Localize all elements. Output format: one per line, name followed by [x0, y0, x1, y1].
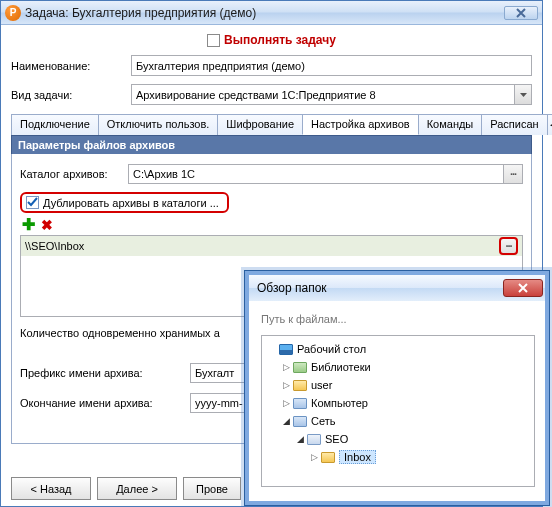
execute-task-checkbox[interactable]: [207, 34, 220, 47]
app-icon: P: [5, 5, 21, 21]
section-title: Параметры файлов архивов: [11, 135, 532, 154]
libraries-icon: [293, 362, 307, 373]
check-button[interactable]: Прове: [183, 477, 241, 500]
tree-network[interactable]: ◢ Сеть: [266, 412, 530, 430]
chevron-right-icon[interactable]: ▷: [280, 398, 292, 408]
prefix-label: Префикс имени архива:: [20, 367, 190, 379]
tabs: Подключение Отключить пользов. Шифровани…: [11, 113, 532, 135]
next-button[interactable]: Далее >: [97, 477, 177, 500]
execute-task-row: Выполнять задачу: [11, 33, 532, 47]
tree-desktop[interactable]: Рабочий стол: [266, 340, 530, 358]
window-title: Задача: Бухгалтерия предприятия (демо): [25, 6, 504, 20]
catalog-input[interactable]: C:\Архив 1С: [128, 164, 504, 184]
desktop-icon: [279, 344, 293, 355]
computer-icon: [293, 398, 307, 409]
tabs-scroll-left[interactable]: ◂: [547, 114, 552, 135]
dialog-title: Обзор папок: [257, 281, 503, 295]
name-label: Наименование:: [11, 60, 131, 72]
catalog-label: Каталог архивов:: [20, 168, 128, 180]
chevron-right-icon[interactable]: ▷: [308, 452, 320, 462]
tab-disconnect[interactable]: Отключить пользов.: [98, 114, 219, 135]
name-input[interactable]: Бухгалтерия предприятия (демо): [131, 55, 532, 76]
close-button[interactable]: [504, 6, 538, 20]
tab-connection[interactable]: Подключение: [11, 114, 99, 135]
tab-encryption[interactable]: Шифрование: [217, 114, 303, 135]
duplicate-label: Дублировать архивы в каталоги ...: [43, 197, 219, 209]
folder-icon: [321, 452, 335, 463]
delete-button[interactable]: ✖: [41, 218, 53, 232]
tree-seo[interactable]: ◢ SEO: [266, 430, 530, 448]
task-type-dropdown-button[interactable]: [515, 84, 532, 105]
chevron-right-icon[interactable]: ▷: [280, 362, 292, 372]
tab-commands[interactable]: Команды: [418, 114, 483, 135]
add-button[interactable]: ✚: [22, 217, 35, 233]
tab-archives[interactable]: Настройка архивов: [302, 114, 419, 135]
suffix-label: Окончание имени архива:: [20, 397, 190, 409]
dialog-close-button[interactable]: [503, 279, 543, 297]
list-toolbar: ✚ ✖: [22, 217, 523, 233]
network-icon: [293, 416, 307, 427]
list-item-path: \\SEO\Inbox: [25, 240, 495, 252]
dialog-titlebar: Обзор папок: [249, 275, 545, 301]
task-type-select[interactable]: Архивирование средствами 1С:Предприятие …: [131, 84, 515, 105]
titlebar: P Задача: Бухгалтерия предприятия (демо): [1, 1, 542, 25]
tree-inbox[interactable]: ▷ Inbox: [266, 448, 530, 466]
duplicate-checkbox[interactable]: [26, 196, 39, 209]
folder-tree[interactable]: Рабочий стол ▷ Библиотеки ▷ user ▷ Компь…: [261, 335, 535, 487]
chevron-down-icon[interactable]: ◢: [294, 434, 306, 444]
catalog-browse-button[interactable]: ···: [504, 164, 523, 184]
list-item-browse-button[interactable]: ···: [499, 237, 518, 255]
tree-libraries[interactable]: ▷ Библиотеки: [266, 358, 530, 376]
duplicate-row: Дублировать архивы в каталоги ...: [20, 192, 229, 213]
task-type-label: Вид задачи:: [11, 89, 131, 101]
back-button[interactable]: < Назад: [11, 477, 91, 500]
user-icon: [293, 380, 307, 391]
tree-computer[interactable]: ▷ Компьютер: [266, 394, 530, 412]
tab-schedule[interactable]: Расписан: [481, 114, 547, 135]
tree-user[interactable]: ▷ user: [266, 376, 530, 394]
dialog-path-hint: Путь к файлам...: [261, 313, 535, 325]
folder-browse-dialog: Обзор папок Путь к файлам... Рабочий сто…: [244, 270, 550, 506]
wizard-buttons: < Назад Далее > Прове: [11, 477, 241, 500]
pc-icon: [307, 434, 321, 445]
execute-task-label: Выполнять задачу: [224, 33, 336, 47]
chevron-down-icon[interactable]: ◢: [280, 416, 292, 426]
list-item[interactable]: \\SEO\Inbox ···: [21, 236, 522, 256]
chevron-right-icon[interactable]: ▷: [280, 380, 292, 390]
